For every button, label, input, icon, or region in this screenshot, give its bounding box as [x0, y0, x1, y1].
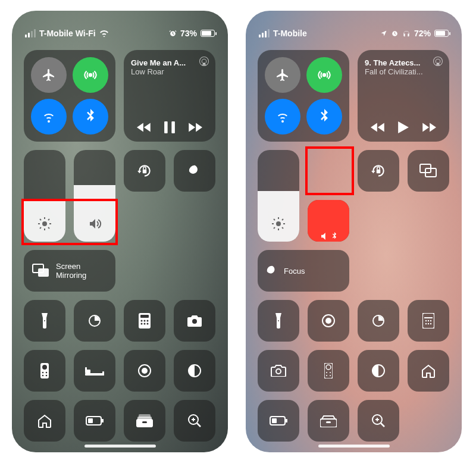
- svg-line-63: [274, 227, 275, 229]
- svg-point-71: [430, 320, 431, 321]
- wallet-button[interactable]: [124, 400, 165, 442]
- camera-button[interactable]: [258, 350, 299, 392]
- now-playing-title: 9. The Aztecs...: [365, 58, 442, 67]
- bedtime-button[interactable]: [74, 350, 115, 392]
- focus-button[interactable]: Focus: [258, 250, 349, 292]
- location-icon: [380, 30, 387, 37]
- now-playing-title: Give Me an A...: [131, 58, 208, 67]
- screen-mirroring-button[interactable]: ScreenMirroring: [24, 250, 115, 292]
- svg-point-20: [144, 320, 146, 322]
- status-bar: T-Mobile Wi-Fi 73%: [12, 11, 228, 40]
- forward-icon[interactable]: [187, 121, 202, 133]
- pause-icon[interactable]: [164, 121, 175, 133]
- svg-rect-15: [38, 268, 49, 277]
- now-playing-module[interactable]: 9. The Aztecs... Fall of Civilizati...: [358, 50, 449, 142]
- carrier-label: T-Mobile Wi-Fi: [39, 29, 96, 38]
- brightness-slider[interactable]: [258, 150, 299, 242]
- svg-point-29: [46, 372, 48, 374]
- dark-mode-button[interactable]: [174, 350, 215, 392]
- signal-bars-icon: [25, 29, 36, 37]
- svg-point-69: [425, 320, 427, 321]
- low-power-mode-button[interactable]: [258, 400, 299, 442]
- svg-point-78: [326, 372, 327, 373]
- screen-mirroring-label2: Mirroring: [56, 271, 86, 280]
- apple-tv-remote-button[interactable]: [308, 350, 349, 392]
- flashlight-button[interactable]: [258, 300, 299, 342]
- carrier-label: T-Mobile: [273, 29, 307, 38]
- svg-line-60: [274, 219, 275, 220]
- bluetooth-button[interactable]: [306, 99, 342, 134]
- svg-line-12: [48, 219, 49, 220]
- headphones-icon: [402, 29, 411, 37]
- calculator-button[interactable]: [124, 300, 165, 342]
- screen-mirroring-icon: [419, 164, 437, 178]
- svg-rect-52: [377, 170, 381, 174]
- low-power-mode-button[interactable]: [74, 400, 115, 442]
- svg-point-23: [144, 323, 146, 325]
- orientation-lock-button[interactable]: [358, 150, 399, 192]
- signal-bars-icon: [259, 29, 270, 37]
- cellular-data-button[interactable]: [306, 57, 342, 93]
- svg-point-21: [147, 320, 149, 322]
- timer-button[interactable]: [358, 300, 399, 342]
- svg-rect-45: [142, 421, 147, 423]
- orientation-lock-button[interactable]: [124, 150, 165, 192]
- battery-percent: 73%: [180, 29, 197, 38]
- apple-tv-remote-button[interactable]: [24, 350, 65, 392]
- screen-mirroring-label: Screen: [56, 262, 86, 271]
- home-button[interactable]: [408, 350, 449, 392]
- connectivity-module[interactable]: [258, 50, 349, 142]
- wallet-button[interactable]: [308, 400, 349, 442]
- control-center-left: T-Mobile Wi-Fi 73% Give Me an A... Lo: [12, 11, 228, 452]
- cellular-data-button[interactable]: [73, 57, 108, 93]
- magnifier-button[interactable]: [358, 400, 399, 442]
- svg-point-79: [330, 372, 331, 373]
- home-indicator[interactable]: [84, 445, 156, 448]
- camera-button[interactable]: [174, 300, 215, 342]
- play-icon[interactable]: [398, 121, 409, 133]
- timer-button[interactable]: [74, 300, 115, 342]
- svg-rect-76: [324, 363, 333, 378]
- forward-icon[interactable]: [421, 121, 436, 133]
- now-playing-subtitle: Fall of Civilizati...: [365, 67, 442, 76]
- moon-icon: [266, 265, 278, 277]
- dark-mode-button[interactable]: [358, 350, 399, 392]
- do-not-disturb-button[interactable]: [174, 150, 215, 192]
- svg-rect-34: [85, 367, 87, 373]
- svg-rect-85: [272, 418, 277, 423]
- volume-slider[interactable]: [74, 150, 115, 242]
- svg-rect-40: [102, 419, 104, 423]
- svg-rect-35: [102, 371, 104, 376]
- svg-point-55: [276, 221, 281, 226]
- bluetooth-small-icon: [331, 232, 337, 240]
- wifi-button[interactable]: [31, 99, 67, 134]
- bluetooth-button[interactable]: [73, 99, 108, 134]
- svg-point-81: [330, 375, 331, 376]
- flashlight-button[interactable]: [24, 300, 65, 342]
- rewind-icon[interactable]: [137, 121, 152, 133]
- brightness-slider[interactable]: [24, 150, 65, 242]
- svg-line-11: [48, 227, 49, 229]
- calculator-button[interactable]: [408, 300, 449, 342]
- svg-rect-44: [139, 414, 151, 418]
- svg-line-61: [282, 227, 283, 229]
- rewind-icon[interactable]: [371, 121, 386, 133]
- screen-mirroring-button[interactable]: [408, 150, 449, 192]
- svg-rect-2: [164, 121, 168, 133]
- svg-line-89: [381, 423, 384, 427]
- status-bar: T-Mobile 72%: [246, 11, 462, 40]
- home-indicator[interactable]: [318, 445, 390, 448]
- airplane-mode-button[interactable]: [31, 57, 67, 93]
- airplane-mode-button[interactable]: [265, 57, 300, 93]
- home-button[interactable]: [24, 400, 65, 442]
- volume-slider-muted[interactable]: [308, 200, 349, 242]
- screen-recording-button[interactable]: [124, 350, 165, 392]
- alarm-icon: [169, 30, 177, 37]
- wifi-button[interactable]: [265, 99, 300, 134]
- screen-recording-button[interactable]: [308, 300, 349, 342]
- connectivity-module[interactable]: [24, 50, 115, 142]
- svg-point-25: [192, 319, 197, 324]
- now-playing-module[interactable]: Give Me an A... Low Roar: [124, 50, 215, 142]
- magnifier-button[interactable]: [174, 400, 215, 442]
- svg-rect-3: [171, 121, 175, 133]
